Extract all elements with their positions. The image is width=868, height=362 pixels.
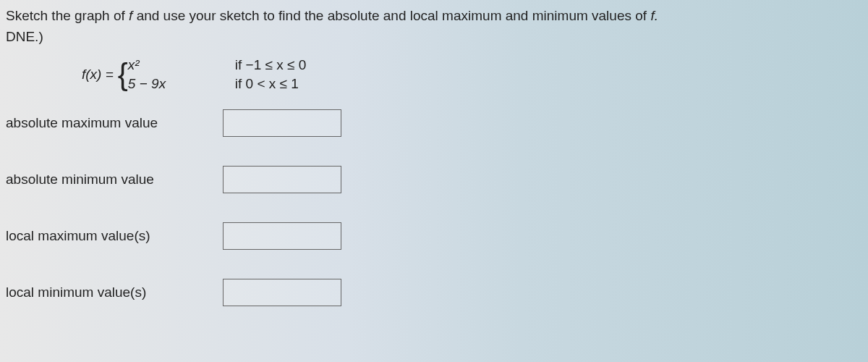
instruction-dne: DNE.) [6, 29, 43, 44]
answer-row-local-min: local minimum value(s) [6, 279, 862, 306]
instruction-text-1: Sketch the graph of [6, 8, 129, 23]
input-local-min[interactable] [223, 279, 341, 306]
answer-row-abs-max: absolute maximum value [6, 109, 862, 137]
answer-row-local-max: local maximum value(s) [6, 222, 862, 250]
instruction-fvar-1: f [129, 8, 137, 23]
brace-icon: { [118, 59, 128, 90]
label-local-min: local minimum value(s) [6, 285, 223, 300]
input-abs-min[interactable] [223, 166, 341, 193]
piece-cond-1: if −1 ≤ x ≤ 0 [235, 57, 306, 73]
piece-expr-1: x² [128, 57, 200, 73]
piecewise-row-1: x² if −1 ≤ x ≤ 0 [128, 57, 306, 73]
function-definition: f(x) = { x² if −1 ≤ x ≤ 0 5 − 9x if 0 < … [82, 57, 862, 92]
piecewise-row-2: 5 − 9x if 0 < x ≤ 1 [128, 76, 306, 92]
piece-cond-2: if 0 < x ≤ 1 [235, 76, 299, 92]
label-local-max: local maximum value(s) [6, 228, 223, 244]
instruction-text-2: and use your sketch to find the absolute… [137, 8, 651, 23]
input-local-max[interactable] [223, 222, 341, 250]
function-lhs: f(x) = [82, 67, 114, 83]
instruction-fvar-2: f. [650, 8, 658, 23]
piece-expr-2: 5 − 9x [128, 76, 200, 92]
problem-instruction: Sketch the graph of f and use your sketc… [6, 6, 862, 47]
label-abs-min: absolute minimum value [6, 172, 223, 188]
label-abs-max: absolute maximum value [6, 115, 223, 131]
input-abs-max[interactable] [223, 109, 341, 137]
answer-row-abs-min: absolute minimum value [6, 166, 862, 193]
